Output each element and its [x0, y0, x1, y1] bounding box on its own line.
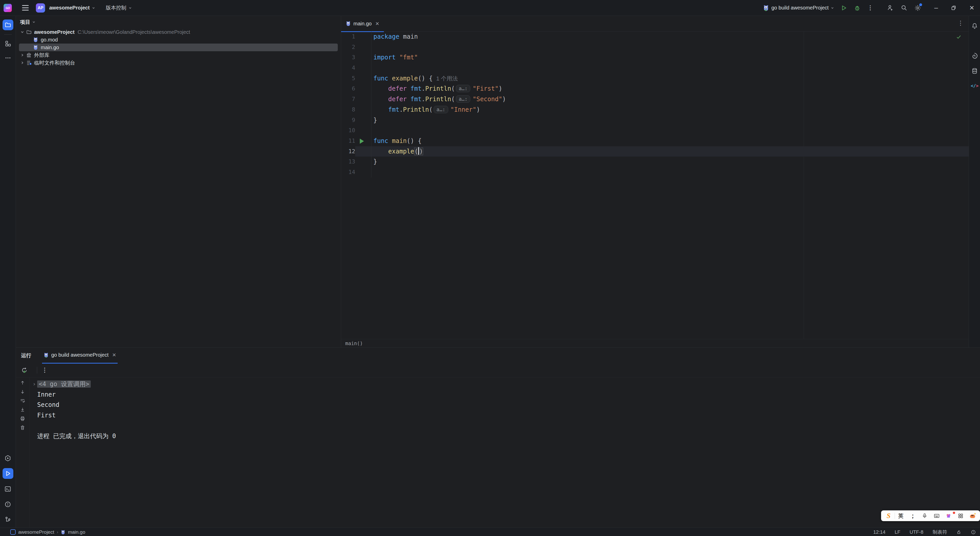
debug-button[interactable] — [854, 5, 861, 11]
soft-wrap-icon[interactable] — [20, 398, 25, 404]
indent-widget[interactable]: 制表符 — [932, 529, 947, 536]
ime-emoji-face-icon[interactable]: ✦ — [966, 512, 978, 519]
code-text[interactable] — [371, 125, 969, 136]
more-actions-button[interactable]: ⋮ — [867, 4, 873, 11]
gutter[interactable] — [355, 157, 371, 167]
window-close-button[interactable]: ✕ — [969, 4, 974, 11]
gutter[interactable] — [355, 63, 371, 73]
code-text[interactable]: import "fmt" — [371, 52, 969, 63]
run-configuration-selector[interactable]: go build awesomeProject — [763, 5, 834, 11]
project-selector[interactable]: awesomeProject — [49, 5, 95, 11]
window-minimize-button[interactable]: – — [934, 4, 938, 12]
project-avatar[interactable]: AP — [36, 3, 45, 13]
encoding-widget[interactable]: UTF-8 — [910, 529, 923, 535]
code-text[interactable] — [371, 42, 969, 52]
collapse-chevron-icon[interactable] — [19, 53, 25, 57]
gutter[interactable] — [355, 105, 371, 115]
line-number[interactable]: 12 — [341, 146, 355, 157]
console-more-kebab[interactable]: ⋮ — [42, 367, 48, 374]
status-crumb-file[interactable]: main.go — [68, 529, 85, 535]
terminal-tool-button[interactable] — [3, 484, 13, 494]
rerun-button[interactable] — [21, 367, 28, 374]
line-number[interactable]: 14 — [341, 167, 355, 178]
code-text[interactable]: package main — [371, 32, 969, 42]
line-number[interactable]: 8 — [341, 105, 355, 115]
line-number[interactable]: 7 — [341, 94, 355, 105]
services-tool-button[interactable] — [3, 453, 13, 463]
fold-expand-chevron-icon[interactable]: › — [33, 379, 36, 390]
gutter[interactable] — [355, 146, 371, 157]
code-text[interactable] — [371, 167, 969, 178]
tree-item-go-mod[interactable]: go.mod — [19, 36, 338, 43]
line-number[interactable]: 4 — [341, 63, 355, 73]
breadcrumb-bar[interactable]: main() — [341, 339, 969, 347]
run-main-gutter-icon[interactable] — [360, 138, 364, 144]
line-number[interactable]: 9 — [341, 115, 355, 126]
code-text[interactable]: } — [371, 157, 969, 167]
gutter[interactable] — [355, 52, 371, 63]
tab-close-icon[interactable]: ✕ — [375, 21, 379, 27]
search-everywhere-icon[interactable] — [900, 4, 907, 11]
git-tool-button[interactable] — [3, 514, 13, 525]
gutter[interactable] — [355, 125, 371, 136]
vcs-menu[interactable]: 版本控制 — [106, 4, 132, 11]
console-output[interactable]: ›<4 go 设置调用>InnerSecondFirst 进程 已完成，退出代码… — [29, 377, 980, 528]
line-number[interactable]: 2 — [341, 42, 355, 52]
gutter[interactable] — [355, 73, 371, 84]
line-number[interactable]: 6 — [341, 84, 355, 94]
status-crumb-project[interactable]: awesomeProject — [18, 529, 54, 535]
clear-console-trash-icon[interactable] — [20, 425, 25, 431]
gutter[interactable] — [355, 167, 371, 178]
ime-skin-icon[interactable] — [943, 513, 955, 519]
structure-tool-button[interactable] — [3, 38, 13, 49]
caret-position-widget[interactable]: 12:14 — [873, 529, 885, 535]
code-text[interactable]: } — [371, 115, 969, 126]
window-restore-button[interactable] — [951, 5, 956, 11]
tree-item-main-go[interactable]: main.go — [19, 43, 338, 51]
code-text[interactable]: example() — [371, 146, 969, 157]
line-number[interactable]: 3 — [341, 52, 355, 63]
ime-keyboard-icon[interactable] — [931, 513, 943, 519]
ime-toolbox-grid-icon[interactable] — [955, 513, 967, 519]
code-text[interactable]: defer fmt.Println(a…:"Second") — [371, 94, 969, 105]
code-text[interactable]: fmt.Println(a…:"Inner") — [371, 105, 969, 115]
error-highlight-icon[interactable] — [971, 530, 976, 535]
database-button[interactable] — [970, 66, 980, 76]
up-stacktrace-icon[interactable] — [20, 380, 25, 386]
ime-language-toggle[interactable]: 英 — [895, 512, 907, 519]
problems-tool-button[interactable] — [3, 499, 13, 510]
tree-item--[interactable]: 临时文件和控制台 — [19, 59, 338, 67]
line-number[interactable]: 13 — [341, 157, 355, 167]
project-tool-button[interactable] — [3, 19, 13, 30]
folded-text[interactable]: <4 go 设置调用> — [37, 380, 91, 388]
line-number[interactable]: 10 — [341, 125, 355, 136]
console-tab[interactable]: go build awesomeProject ✕ — [42, 347, 118, 364]
settings-gear-icon[interactable] — [914, 4, 921, 11]
more-tool-windows-button[interactable] — [3, 52, 13, 63]
intention-bulb-icon[interactable] — [374, 149, 379, 154]
run-button[interactable] — [841, 5, 847, 11]
collapse-chevron-icon[interactable] — [19, 61, 25, 65]
project-panel-header[interactable]: 项目 — [16, 16, 341, 28]
gutter[interactable] — [355, 32, 371, 42]
tree-item-awesomeProject[interactable]: awesomeProjectC:\Users\meowr\GolandProje… — [19, 28, 338, 36]
gutter[interactable] — [355, 42, 371, 52]
breadcrumb-item[interactable]: main() — [345, 340, 363, 346]
tree-item--[interactable]: 外部库 — [19, 51, 338, 59]
line-number[interactable]: 5 — [341, 73, 355, 84]
line-number[interactable]: 11 — [341, 136, 355, 146]
main-menu-icon[interactable] — [22, 5, 29, 11]
sogou-logo-icon[interactable]: S — [883, 512, 895, 520]
unlock-icon[interactable] — [956, 530, 961, 535]
console-tab-close-icon[interactable]: ✕ — [112, 352, 116, 358]
code-text[interactable]: defer fmt.Println(a…:"First") — [371, 84, 969, 94]
print-icon[interactable] — [20, 416, 25, 421]
run-tool-button[interactable] — [3, 468, 13, 479]
gutter[interactable] — [355, 84, 371, 94]
endpoints-code-button[interactable]: </> — [970, 81, 980, 91]
run-tool-label[interactable]: 运行 — [21, 352, 31, 359]
code-editor[interactable]: 1package main23import "fmt"45func exampl… — [341, 32, 969, 339]
ai-assistant-button[interactable] — [970, 51, 980, 61]
code-with-me-icon[interactable] — [887, 4, 894, 11]
console-folded-command[interactable]: ›<4 go 设置调用> — [33, 379, 980, 390]
